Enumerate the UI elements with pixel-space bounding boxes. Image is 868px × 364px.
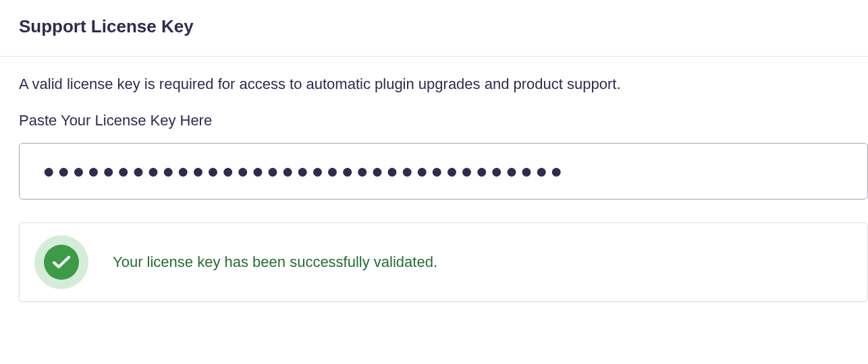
section-title: Support License Key bbox=[19, 16, 849, 37]
license-description: A valid license key is required for acce… bbox=[19, 75, 868, 93]
license-key-input[interactable] bbox=[19, 143, 868, 200]
license-input-wrapper bbox=[19, 143, 868, 200]
success-icon bbox=[44, 245, 79, 280]
license-field-label: Paste Your License Key Here bbox=[19, 112, 868, 129]
success-icon-outer bbox=[34, 235, 88, 289]
validation-status-message: Your license key has been successfully v… bbox=[113, 253, 437, 271]
validation-status-box: Your license key has been successfully v… bbox=[19, 222, 868, 302]
section-header: Support License Key bbox=[0, 0, 868, 57]
content-area: A valid license key is required for acce… bbox=[0, 57, 868, 321]
